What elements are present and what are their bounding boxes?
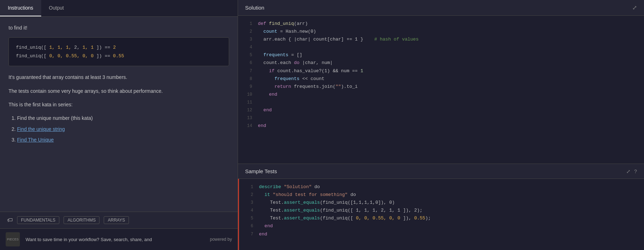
- expand-sample-icon[interactable]: ⤢: [626, 169, 631, 174]
- tag-algorithms[interactable]: ALGORITHMS: [64, 216, 99, 224]
- help-icon[interactable]: ?: [634, 169, 637, 174]
- sample-tests-header: Sample Tests ⤢ ?: [238, 164, 644, 179]
- sample-line-7: 7 end: [239, 230, 644, 238]
- solution-code-editor[interactable]: 1 def find_uniq(arr) 2 count = Hash.new(…: [238, 16, 644, 164]
- code-example-1: find_uniq([ 1, 1, 1, 2, 1, 1 ]) == 2: [16, 43, 222, 52]
- tab-instructions[interactable]: Instructions: [0, 0, 41, 16]
- left-content: to find it! find_uniq([ 1, 1, 1, 2, 1, 1…: [0, 17, 238, 212]
- code-examples-block: find_uniq([ 1, 1, 1, 2, 1, 1 ]) == 2 fin…: [9, 37, 229, 66]
- sample-tests-icons: ⤢ ?: [626, 169, 637, 174]
- code-line-4: 4: [238, 43, 644, 51]
- list-item-1: Find the unique number (this kata): [17, 114, 229, 122]
- list-item-1-text: Find the unique number (this kata): [17, 115, 93, 121]
- left-panel: Instructions Output to find it! find_uni…: [0, 0, 238, 250]
- solution-header: Solution ⤢: [238, 0, 644, 16]
- tab-bar: Instructions Output: [0, 0, 238, 17]
- sample-tests-code[interactable]: 1 describe "Solution" do 2 it "should te…: [238, 179, 644, 250]
- sample-line-2: 2 it "should test for something" do: [239, 191, 644, 199]
- tag-icon: 🏷: [7, 217, 13, 223]
- sample-tests-title: Sample Tests: [245, 168, 277, 174]
- list-item-2[interactable]: Find the unique string: [17, 125, 229, 133]
- para3: This is the first kata in series:: [9, 101, 229, 108]
- bottom-bar: PIECES Want to save time in your workflo…: [0, 228, 238, 250]
- tab-output[interactable]: Output: [41, 0, 72, 16]
- code-line-14: 14 end: [238, 122, 644, 130]
- series-list: Find the unique number (this kata) Find …: [17, 114, 229, 144]
- list-item-2-link[interactable]: Find the unique string: [17, 126, 65, 132]
- right-panel: Solution ⤢ 1 def find_uniq(arr) 2 count …: [238, 0, 644, 250]
- sample-line-5: 5 Test.assert_equals(find_uniq([ 0, 0, 0…: [239, 214, 644, 222]
- code-line-6: 6 count.each do |char, num|: [238, 59, 644, 67]
- expand-icon[interactable]: ⤢: [632, 4, 637, 11]
- solution-title: Solution: [245, 5, 264, 11]
- code-line-11: 11: [238, 99, 644, 106]
- para1: It's guaranteed that array contains at l…: [9, 73, 229, 81]
- para2: The tests contain some very huge arrays,…: [9, 87, 229, 95]
- code-line-12: 12 end: [238, 106, 644, 114]
- code-line-7: 7 if count.has_value?(1) && num == 1: [238, 67, 644, 75]
- list-item-3-link[interactable]: Find The Unique: [17, 137, 54, 143]
- code-line-8: 8 frequents << count: [238, 75, 644, 83]
- tag-fundamentals[interactable]: FUNDAMENTALS: [17, 216, 59, 224]
- tag-arrays[interactable]: ARRAYS: [104, 216, 129, 224]
- sample-line-1: 1 describe "Solution" do: [239, 183, 644, 191]
- sample-line-3: 3 Test.assert_equals(find_uniq([1,1,1,1,…: [239, 199, 644, 207]
- intro-text: to find it!: [9, 24, 229, 32]
- sample-line-4: 4 Test.assert_equals(find_uniq([ 1, 1, 1…: [239, 207, 644, 214]
- code-line-9: 9 return frequents.join("").to_i: [238, 83, 644, 91]
- sample-line-6: 6 end: [239, 222, 644, 230]
- powered-by-text: powered by: [210, 237, 232, 242]
- code-line-3: 3 arr.each { |char| count[char] += 1 } #…: [238, 36, 644, 43]
- list-item-3[interactable]: Find The Unique: [17, 136, 229, 144]
- code-example-2: find_uniq([ 0, 0, 0.55, 0, 0 ]) == 0.55: [16, 52, 222, 60]
- code-line-2: 2 count = Hash.new(0): [238, 28, 644, 36]
- code-line-5: 5 frequents = []: [238, 51, 644, 59]
- bottom-text: Want to save time in your workflow? Save…: [26, 237, 204, 242]
- tags-bar: 🏷 FUNDAMENTALS ALGORITHMS ARRAYS: [0, 212, 238, 228]
- pieces-label: PIECES: [7, 238, 18, 241]
- code-line-13: 13: [238, 114, 644, 122]
- pieces-logo: PIECES: [6, 232, 20, 246]
- code-line-1: 1 def find_uniq(arr): [238, 20, 644, 28]
- code-line-10: 10 end: [238, 91, 644, 99]
